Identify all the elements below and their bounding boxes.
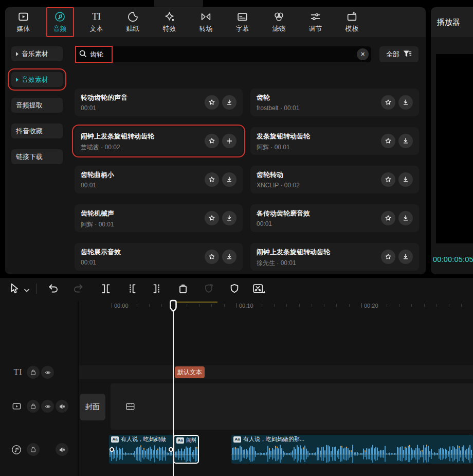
sound-card-selected[interactable]: 闹钟上发条旋钮转动齿轮 芸喵酱 · 00:02 (75, 127, 243, 155)
smart-audio-split-icon[interactable] (252, 283, 265, 297)
sound-title: 闹钟上发条旋钮转动齿轮 (81, 132, 184, 141)
audio-clip-selected[interactable]: Aa 闹钟上 (173, 435, 199, 464)
visibility-icon[interactable] (41, 400, 54, 413)
favorite-star-button[interactable] (381, 95, 395, 110)
favorite-star-button[interactable] (205, 95, 219, 110)
visibility-icon[interactable] (41, 366, 54, 379)
sidebar-item-sound-effects[interactable]: 音效素材 (11, 72, 63, 87)
window-remnant-strip (154, 0, 203, 7)
template-icon (346, 11, 358, 23)
favorite-star-button[interactable] (205, 172, 219, 187)
transition-icon (200, 11, 212, 23)
tab-label: 调节 (309, 24, 322, 33)
sound-card[interactable]: 发条旋钮转动齿轮 阿辉 · 00:01 (250, 127, 419, 155)
sound-card[interactable]: 齿轮机械声 阿辉 · 00:01 (75, 204, 243, 232)
tab-label: 模板 (345, 24, 359, 33)
ruler-label: 00:10 (239, 303, 253, 309)
download-button[interactable] (398, 134, 413, 148)
text-icon: TI (92, 11, 101, 23)
audio-clip[interactable]: Aa 有人说，吃妈妈做 (109, 435, 174, 464)
expand-arrow-icon (16, 78, 19, 82)
keyframe-dot[interactable] (110, 447, 114, 452)
audio-text-badge: Aa (176, 437, 184, 444)
download-button[interactable] (398, 250, 413, 264)
ruler-minor-tick (374, 304, 374, 307)
close-icon[interactable]: ✕ (357, 48, 369, 60)
split-delete-left-icon[interactable] (125, 283, 138, 297)
player-video-viewport[interactable] (436, 54, 473, 243)
add-to-timeline-button[interactable] (222, 134, 236, 148)
text-track-lane (79, 365, 473, 379)
favorite-star-button[interactable] (205, 211, 219, 225)
favorite-star-button[interactable] (381, 134, 395, 148)
sound-card[interactable]: 转动齿轮的声音 00:01 (75, 89, 243, 116)
volume-icon[interactable] (56, 443, 68, 456)
tab-template[interactable]: 模板 (334, 7, 370, 37)
ruler-minor-tick (124, 304, 124, 307)
ruler-minor-tick (274, 304, 275, 307)
lock-icon[interactable] (27, 443, 40, 456)
lock-icon[interactable] (27, 366, 40, 379)
search-input[interactable]: 齿轮 ✕ (75, 46, 371, 62)
chevron-down-icon[interactable] (24, 286, 30, 295)
sidebar-item-music[interactable]: 音乐素材 (11, 46, 63, 61)
sound-title: 齿轮转动 (257, 170, 359, 180)
playhead-handle[interactable] (169, 299, 177, 315)
timeline-ruler[interactable]: 00:00 00:10 00:20 (79, 301, 473, 312)
split-delete-right-icon[interactable] (151, 283, 163, 297)
download-button[interactable] (222, 250, 236, 264)
sound-card[interactable]: 各传动齿轮磨音效 00:01 (250, 204, 419, 232)
download-button[interactable] (222, 211, 236, 225)
download-button[interactable] (222, 172, 236, 187)
ruler-minor-tick (324, 304, 324, 307)
sound-card[interactable]: 齿轮转动 XNCLIP · 00:02 (250, 166, 419, 193)
filter-icon (273, 11, 285, 23)
volume-icon[interactable] (56, 400, 68, 413)
video-clip[interactable] (111, 383, 473, 430)
favorite-star-button[interactable] (381, 211, 395, 225)
tab-filter[interactable]: 滤镜 (261, 7, 297, 37)
sidebar-item-audio-extract[interactable]: 音频提取 (11, 98, 63, 113)
redo-icon[interactable] (72, 283, 84, 297)
undo-icon[interactable] (47, 283, 60, 297)
favorite-star-button[interactable] (381, 172, 395, 187)
audio-clip[interactable]: Aa 有人说，吃妈妈做的那... (231, 435, 473, 464)
tab-effects[interactable]: 特效 (151, 7, 188, 37)
sidebar-item-douyin-favorites[interactable]: 抖音收藏 (11, 124, 63, 138)
download-button[interactable] (398, 211, 413, 225)
tab-subtitle[interactable]: 字幕 (224, 7, 261, 37)
tab-sticker[interactable]: 贴纸 (115, 7, 151, 37)
favorite-star-button[interactable] (381, 250, 395, 264)
sound-card[interactable]: 闹钟上发条旋钮转动齿轮 徐先生 · 00:01 (250, 243, 419, 271)
sound-card[interactable]: 齿轮曲柄小 00:01 (75, 166, 243, 193)
favorite-star-button[interactable] (205, 134, 219, 148)
sound-card[interactable]: 齿轮 frostbelt · 00:01 (250, 89, 419, 116)
split-icon[interactable] (100, 283, 112, 297)
lock-icon[interactable] (27, 400, 40, 413)
tab-text[interactable]: TI 文本 (78, 7, 115, 37)
tab-adjust[interactable]: 调节 (297, 7, 334, 37)
ruler-minor-tick (199, 304, 199, 307)
favorite-star-button[interactable] (205, 250, 219, 264)
sound-title: 齿轮 (257, 93, 359, 102)
sound-card[interactable]: 齿轮展示音效 00:01 (75, 243, 243, 271)
download-button[interactable] (398, 95, 413, 110)
freeze-icon[interactable] (228, 283, 241, 297)
sound-title: 发条旋钮转动齿轮 (257, 132, 359, 141)
download-button[interactable] (222, 95, 236, 110)
sound-title: 闹钟上发条旋钮转动齿轮 (257, 248, 359, 257)
expand-arrow-icon (16, 52, 19, 56)
delete-icon[interactable] (177, 283, 189, 297)
filter-all-button[interactable]: 全部 (379, 46, 419, 62)
select-cursor-icon[interactable] (8, 283, 20, 297)
text-clip[interactable]: 默认文本 (175, 366, 205, 378)
tab-transition[interactable]: 转场 (188, 7, 224, 37)
subtitle-icon (236, 11, 248, 23)
cover-button[interactable]: 封面 (80, 394, 105, 420)
player-timecode: 00:00:05:05 (433, 255, 473, 263)
download-button[interactable] (398, 172, 413, 187)
playhead-line[interactable] (173, 300, 174, 476)
sidebar-item-link-download[interactable]: 链接下载 (11, 149, 63, 164)
tab-media[interactable]: 媒体 (5, 7, 42, 37)
tab-audio[interactable]: 音频 (42, 7, 78, 37)
